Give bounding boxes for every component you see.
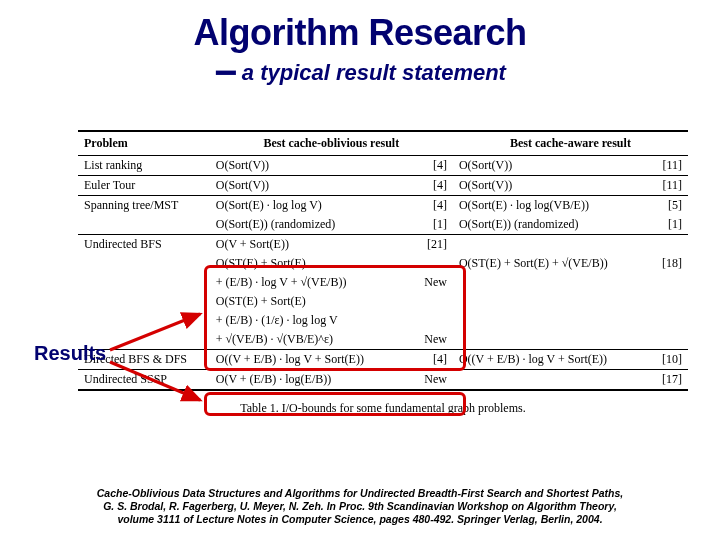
table-header-row: Problem Best cache-oblivious result Best… bbox=[78, 131, 688, 156]
table-row: Spanning tree/MST O(Sort(E) · log log V)… bbox=[78, 196, 688, 216]
table-row: Undirected BFS O(V + Sort(E)) [21] bbox=[78, 235, 688, 255]
table-row: Undirected SSSP O(V + (E/B) · log(E/B)) … bbox=[78, 370, 688, 391]
table-row: List ranking O(Sort(V)) [4] O(Sort(V)) [… bbox=[78, 156, 688, 176]
results-label: Results bbox=[34, 342, 106, 365]
table-row: + (E/B) · (1/ε) · log log V bbox=[78, 311, 688, 330]
table-row: O(ST(E) + Sort(E) O(ST(E) + Sort(E) + √(… bbox=[78, 254, 688, 273]
table-caption: Table 1. I/O-bounds for some fundamental… bbox=[78, 401, 688, 416]
table-row: Directed BFS & DFS O((V + E/B) · log V +… bbox=[78, 350, 688, 370]
dash-glyph: − bbox=[214, 50, 237, 94]
col-cache-oblivious: Best cache-oblivious result bbox=[210, 131, 453, 156]
table-row: O(Sort(E)) (randomized) [1] O(Sort(E)) (… bbox=[78, 215, 688, 235]
table-row: Euler Tour O(Sort(V)) [4] O(Sort(V)) [11… bbox=[78, 176, 688, 196]
citation-line: G. S. Brodal, R. Fagerberg, U. Meyer, N.… bbox=[12, 500, 708, 513]
col-problem: Problem bbox=[78, 131, 210, 156]
page-title: Algorithm Research bbox=[0, 0, 720, 54]
table-row: O(ST(E) + Sort(E) bbox=[78, 292, 688, 311]
results-table-wrap: Problem Best cache-oblivious result Best… bbox=[78, 130, 688, 416]
citation: Cache-Oblivious Data Structures and Algo… bbox=[12, 487, 708, 526]
table-row: + √(VE/B) · √(VB/E)^ε) New bbox=[78, 330, 688, 350]
results-table: Problem Best cache-oblivious result Best… bbox=[78, 130, 688, 391]
subtitle-row: − a typical result statement bbox=[0, 50, 720, 95]
citation-line: volume 3111 of Lecture Notes in Computer… bbox=[12, 513, 708, 526]
table-row: + (E/B) · log V + √(VE/B)) New bbox=[78, 273, 688, 292]
citation-line: Cache-Oblivious Data Structures and Algo… bbox=[12, 487, 708, 500]
subtitle: a typical result statement bbox=[242, 60, 506, 85]
col-cache-aware: Best cache-aware result bbox=[453, 131, 688, 156]
